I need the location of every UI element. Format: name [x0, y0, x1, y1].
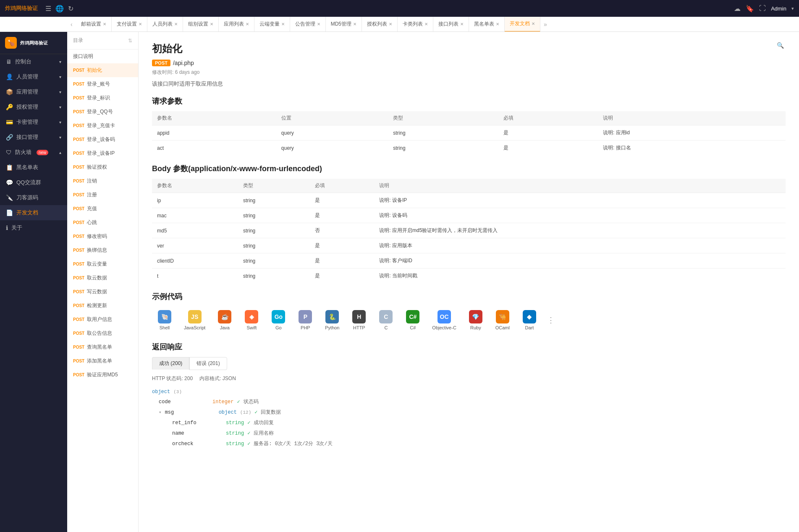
left-nav-item-写云数据[interactable]: POST写云数据 [67, 285, 138, 299]
response-tab-错误 (201)[interactable]: 错误 (201) [189, 357, 227, 370]
code-langs: 🐚 Shell JS JavaScript ☕ Java ◈ Swift Go … [152, 307, 786, 334]
left-nav-item-验证应用MD5[interactable]: POST验证应用MD5 [67, 368, 138, 382]
left-nav-header: 目录 ⇅ [67, 32, 138, 50]
table-row: appidquerystring是说明: 应用id [152, 125, 786, 141]
response-title: 返回响应 [152, 342, 786, 352]
refresh-icon[interactable]: ↻ [68, 5, 73, 13]
more-langs-button[interactable]: ⋮ [544, 312, 558, 328]
content-format: 内容格式: JSON [199, 375, 236, 382]
admin-label[interactable]: Admin [771, 5, 786, 12]
left-nav-sort-icon[interactable]: ⇅ [128, 38, 132, 44]
lang-icon-javascript: JS [188, 310, 202, 323]
field-orcheck: orcheck string ✓ 服务器: 0次/天 1次/2分 3次/天 [172, 438, 786, 449]
sidebar-item-防火墙[interactable]: 🛡防火墙new▴ [0, 145, 67, 160]
topbar-logo: 炸鸡网络验证 [5, 5, 38, 12]
lang-item-swift[interactable]: ◈ Swift [239, 307, 264, 334]
tab-back-arrow[interactable]: ‹ [67, 21, 76, 28]
tab-邮箱设置[interactable]: 邮箱设置✕ [76, 17, 112, 32]
sidebar-item-控制台[interactable]: 🖥控制台▾ [0, 54, 67, 69]
tab-卡类列表[interactable]: 卡类列表✕ [398, 17, 433, 32]
left-nav-item-心跳[interactable]: POST心跳 [67, 216, 138, 229]
tab-more-button[interactable]: » [540, 21, 550, 28]
sidebar-logo-icon: 🍗 [5, 37, 17, 49]
search-button[interactable]: 🔍 [775, 40, 786, 50]
tab-公告管理[interactable]: 公告管理✕ [290, 17, 326, 32]
lang-icon-ruby: 💎 [469, 310, 482, 323]
tab-开发文档[interactable]: 开发文档✕ [505, 17, 540, 32]
left-nav-item-检测更新[interactable]: POST检测更新 [67, 299, 138, 313]
cloud-icon[interactable]: ☁ [734, 5, 741, 13]
tab-云端变量[interactable]: 云端变量✕ [254, 17, 290, 32]
left-nav-item-登录_设备码[interactable]: POST登录_设备码 [67, 133, 138, 146]
sidebar-item-关于[interactable]: ℹ关于 [0, 220, 67, 235]
sidebar-item-人员管理[interactable]: 👤人员管理▾ [0, 69, 67, 84]
left-nav-item-登录_账号[interactable]: POST登录_账号 [67, 77, 138, 91]
tab-支付设置[interactable]: 支付设置✕ [112, 17, 147, 32]
left-nav-item-取用户信息[interactable]: POST取用户信息 [67, 313, 138, 326]
lang-item-ruby[interactable]: 💎 Ruby [463, 307, 488, 334]
lang-item-java[interactable]: ☕ Java [212, 307, 237, 334]
left-nav-item-登录_设备IP[interactable]: POST登录_设备IP [67, 146, 138, 160]
bookmark-icon[interactable]: 🔖 [746, 5, 754, 13]
table-row: md5string否说明: 应用开启md5验证时需传入，未开启时无需传入 [152, 223, 786, 238]
left-nav-item-登录_QQ号[interactable]: POST登录_QQ号 [67, 105, 138, 119]
left-nav: 目录 ⇅ 接口说明POST初始化POST登录_账号POST登录_标识POST登录… [67, 32, 139, 532]
tab-组别设置[interactable]: 组别设置✕ [183, 17, 219, 32]
lang-icon-c: C [379, 310, 393, 323]
response-tab-成功 (200)[interactable]: 成功 (200) [152, 357, 189, 370]
lang-item-ocaml[interactable]: 🐫 OCaml [490, 307, 515, 334]
lang-item-go[interactable]: Go Go [266, 307, 291, 334]
tab-应用列表[interactable]: 应用列表✕ [219, 17, 254, 32]
left-nav-item-取云变量[interactable]: POST取云变量 [67, 257, 138, 271]
api-path: /api.php [173, 60, 194, 66]
left-nav-item-换绑信息[interactable]: POST换绑信息 [67, 243, 138, 257]
expand-icon[interactable]: ⛶ [759, 5, 766, 12]
lang-item-shell[interactable]: 🐚 Shell [152, 307, 177, 334]
globe-icon[interactable]: 🌐 [55, 5, 64, 13]
lang-item-c[interactable]: C# C# [400, 307, 425, 334]
tab-黑名单表[interactable]: 黑名单表✕ [469, 17, 505, 32]
tab-授权列表[interactable]: 授权列表✕ [362, 17, 398, 32]
lang-item-c[interactable]: C C [373, 307, 398, 334]
left-nav-item-注册[interactable]: POST注册 [67, 188, 138, 202]
sidebar-item-刀客源码[interactable]: 🔪刀客源码 [0, 190, 67, 205]
sidebar-item-黑名单表[interactable]: 📋黑名单表 [0, 160, 67, 175]
lang-icon-c#: C# [406, 310, 419, 323]
lang-icon-php: P [299, 310, 312, 323]
left-nav-item-注销[interactable]: POST注销 [67, 174, 138, 188]
left-nav-item-修改密码[interactable]: POST修改密码 [67, 229, 138, 243]
left-nav-item-登录_标识[interactable]: POST登录_标识 [67, 91, 138, 105]
sidebar-item-卡密管理[interactable]: 💳卡密管理▾ [0, 115, 67, 130]
left-nav-item-接口说明[interactable]: 接口说明 [67, 50, 138, 63]
sidebar-item-开发文档[interactable]: 📄开发文档 [0, 205, 67, 220]
lang-item-objectivec[interactable]: OC Objective-C [427, 307, 461, 334]
tab-接口列表[interactable]: 接口列表✕ [433, 17, 469, 32]
left-nav-item-添加黑名单[interactable]: POST添加黑名单 [67, 354, 138, 368]
left-nav-item-登录_充值卡[interactable]: POST登录_充值卡 [67, 119, 138, 133]
tab-人员列表[interactable]: 人员列表✕ [147, 17, 183, 32]
sidebar-item-接口管理[interactable]: 🔗接口管理▾ [0, 130, 67, 145]
sidebar-item-应用管理[interactable]: 📦应用管理▾ [0, 84, 67, 99]
lang-icon-python: 🐍 [325, 310, 339, 323]
left-nav-item-充值[interactable]: POST充值 [67, 202, 138, 216]
lang-item-http[interactable]: H HTTP [346, 307, 372, 334]
lang-item-php[interactable]: P PHP [293, 307, 318, 334]
lang-item-javascript[interactable]: JS JavaScript [179, 307, 210, 334]
tabbar: ‹邮箱设置✕支付设置✕人员列表✕组别设置✕应用列表✕云端变量✕公告管理✕MD5管… [0, 17, 799, 32]
tab-MD5管理[interactable]: MD5管理✕ [326, 17, 362, 32]
lang-item-dart[interactable]: ◆ Dart [517, 307, 542, 334]
lang-icon-dart: ◆ [523, 310, 536, 323]
left-nav-item-取公告信息[interactable]: POST取公告信息 [67, 326, 138, 340]
left-nav-item-初始化[interactable]: POST初始化 [67, 63, 138, 77]
code-examples-title: 示例代码 [152, 292, 786, 302]
obj-type-label: object [152, 389, 170, 395]
left-nav-item-验证授权[interactable]: POST验证授权 [67, 160, 138, 174]
left-nav-item-取云数据[interactable]: POST取云数据 [67, 271, 138, 285]
sidebar-item-QQ交流群[interactable]: 💬QQ交流群 [0, 175, 67, 190]
lang-item-python[interactable]: 🐍 Python [320, 307, 345, 334]
table-row: ipstring是说明: 设备IP [152, 193, 786, 208]
sidebar-item-授权管理[interactable]: 🔑授权管理▾ [0, 99, 67, 115]
left-nav-item-查询黑名单[interactable]: POST查询黑名单 [67, 340, 138, 354]
menu-icon[interactable]: ☰ [45, 5, 51, 13]
admin-arrow[interactable]: ▾ [791, 6, 794, 11]
